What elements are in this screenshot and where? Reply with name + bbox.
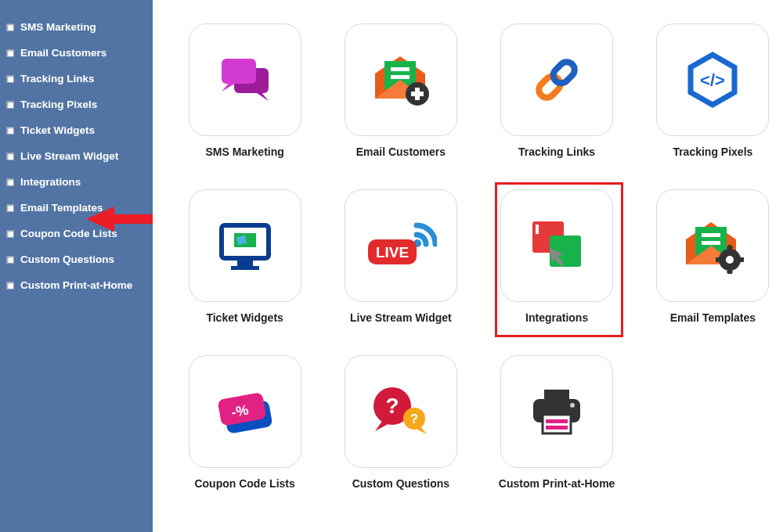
svg-rect-31: [702, 233, 720, 237]
sidebar-item-coupon-code-lists[interactable]: Coupon Code Lists: [6, 221, 145, 246]
sidebar-item-label: Coupon Code Lists: [20, 228, 117, 239]
svg-rect-32: [702, 241, 720, 245]
sidebar-item-label: Custom Questions: [20, 253, 114, 265]
envelope-plus-icon: [369, 52, 433, 108]
tile-custom-print-at-home[interactable]: Custom Print-at-Home: [489, 355, 626, 490]
bullet-icon: [6, 256, 14, 264]
svg-text:-%: -%: [229, 402, 249, 421]
monitor-ticket-icon: [214, 217, 276, 274]
bullet-icon: [6, 127, 14, 135]
tile-tracking-links[interactable]: Tracking Links: [489, 23, 626, 158]
svg-rect-8: [391, 75, 410, 79]
sidebar-item-custom-questions[interactable]: Custom Questions: [6, 246, 145, 272]
svg-rect-54: [543, 415, 571, 433]
tile-live-stream-widget[interactable]: LIVE Live Stream Widget: [332, 189, 469, 324]
tile-label: Live Stream Widget: [350, 311, 452, 324]
bullet-icon: [6, 204, 14, 212]
sidebar-item-label: Custom Print-at-Home: [20, 279, 132, 291]
svg-text:</>: </>: [700, 70, 725, 90]
bullet-icon: [6, 178, 14, 186]
svg-text:LIVE: LIVE: [376, 244, 409, 261]
tile-card[interactable]: ? ?: [345, 355, 457, 468]
tile-label: SMS Marketing: [205, 146, 283, 158]
svg-rect-51: [544, 390, 569, 401]
tile-card[interactable]: LIVE: [345, 189, 457, 302]
tile-email-customers[interactable]: Email Customers: [332, 23, 469, 158]
tile-label: Email Templates: [670, 311, 756, 324]
svg-rect-13: [536, 74, 563, 101]
code-hex-icon: </>: [683, 50, 742, 110]
svg-marker-46: [375, 420, 392, 431]
svg-rect-7: [391, 67, 410, 71]
svg-rect-56: [546, 426, 568, 430]
tile-label: Tracking Pixels: [673, 146, 752, 158]
live-signal-icon: LIVE: [365, 221, 437, 271]
svg-rect-18: [237, 261, 253, 266]
sidebar-item-live-stream-widget[interactable]: Live Stream Widget: [6, 143, 145, 169]
tile-card[interactable]: [189, 23, 301, 136]
sidebar-item-sms-marketing[interactable]: SMS Marketing: [6, 14, 145, 40]
svg-text:?: ?: [385, 394, 399, 418]
svg-point-41: [726, 256, 734, 264]
chat-bubbles-icon: [214, 52, 276, 107]
coupon-tickets-icon: -%: [211, 385, 279, 438]
tile-sms-marketing[interactable]: SMS Marketing: [176, 23, 313, 158]
sidebar-item-tracking-links[interactable]: Tracking Links: [6, 66, 145, 92]
sidebar-item-label: Email Customers: [20, 47, 106, 59]
tile-card[interactable]: [500, 355, 613, 468]
chain-link-icon: [527, 50, 586, 110]
sidebar-item-label: Ticket Widgets: [20, 124, 95, 136]
tile-label: Email Customers: [356, 146, 446, 158]
sidebar-item-custom-print-at-home[interactable]: Custom Print-at-Home: [6, 272, 145, 298]
tile-grid: SMS Marketing Email Customers: [176, 23, 781, 490]
tile-coupon-code-lists[interactable]: -% Coupon Code Lists: [176, 355, 313, 490]
svg-rect-38: [738, 257, 744, 262]
bullet-icon: [6, 101, 14, 109]
sidebar-item-email-templates[interactable]: Email Templates: [6, 195, 145, 221]
tile-label: Custom Print-at-Home: [499, 477, 615, 490]
svg-marker-49: [414, 426, 427, 434]
tile-card[interactable]: [500, 189, 613, 302]
svg-rect-26: [536, 225, 539, 234]
sidebar-item-label: Live Stream Widget: [20, 150, 118, 162]
tile-label: Integrations: [525, 311, 588, 324]
question-bubbles-icon: ? ?: [369, 384, 433, 439]
svg-rect-14: [550, 59, 578, 86]
sidebar-item-integrations[interactable]: Integrations: [6, 169, 145, 195]
sidebar-item-ticket-widgets[interactable]: Ticket Widgets: [6, 117, 145, 143]
tile-label: Coupon Code Lists: [194, 477, 294, 490]
svg-text:?: ?: [410, 412, 418, 426]
sidebar: SMS Marketing Email Customers Tracking L…: [0, 0, 153, 532]
sidebar-item-label: Tracking Pixels: [20, 99, 97, 110]
sidebar-item-tracking-pixels[interactable]: Tracking Pixels: [6, 92, 145, 117]
svg-point-53: [570, 403, 575, 408]
tile-email-templates[interactable]: Email Templates: [644, 189, 781, 324]
svg-rect-55: [546, 419, 568, 423]
tile-card[interactable]: [656, 189, 769, 302]
sidebar-item-email-customers[interactable]: Email Customers: [6, 40, 145, 66]
tile-card[interactable]: [345, 23, 457, 136]
squares-cursor-icon: [526, 217, 587, 275]
printer-icon: [527, 385, 586, 438]
envelope-gear-icon: [680, 217, 745, 274]
bullet-icon: [6, 23, 14, 31]
bullet-icon: [6, 230, 14, 238]
bullet-icon: [6, 49, 14, 57]
tile-tracking-pixels[interactable]: </> Tracking Pixels: [644, 23, 781, 158]
tile-card[interactable]: </>: [656, 23, 769, 136]
tile-ticket-widgets[interactable]: Ticket Widgets: [176, 189, 313, 324]
sidebar-item-label: Tracking Links: [20, 73, 95, 84]
tile-card[interactable]: [189, 189, 301, 302]
svg-rect-12: [411, 92, 424, 96]
svg-rect-3: [222, 59, 256, 84]
tile-label: Tracking Links: [518, 146, 595, 158]
bullet-icon: [6, 75, 14, 83]
tile-integrations[interactable]: Integrations: [489, 189, 626, 324]
tile-label: Custom Questions: [352, 477, 449, 490]
tile-card[interactable]: -%: [189, 355, 301, 468]
main-content: SMS Marketing Email Customers: [153, 0, 783, 532]
bullet-icon: [6, 282, 14, 289]
tile-card[interactable]: [500, 23, 613, 136]
sidebar-item-label: Email Templates: [20, 202, 103, 214]
tile-custom-questions[interactable]: ? ? Custom Questions: [332, 355, 469, 490]
